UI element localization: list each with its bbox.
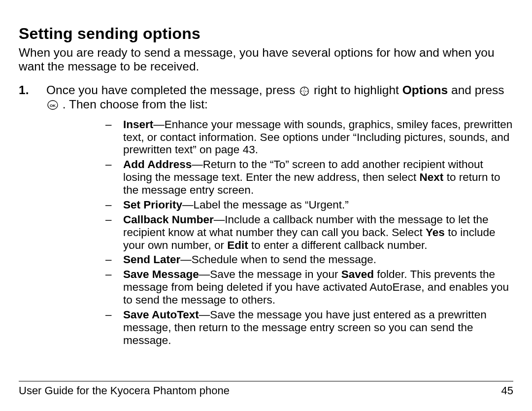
options-list: Insert—Enhance your message with sounds,…: [46, 118, 513, 347]
step-1: 1. Once you have completed the message, …: [19, 83, 513, 346]
option-send-later: Send Later—Schedule when to send the mes…: [105, 253, 513, 266]
svg-point-4: [301, 91, 302, 92]
option-term: Callback Number: [123, 213, 214, 226]
footer-rule: [19, 381, 513, 381]
svg-point-2: [304, 88, 305, 89]
option-set-priority: Set Priority—Label the message as “Urgen…: [105, 199, 513, 211]
option-save-message: Save Message—Save the message in your Sa…: [105, 268, 513, 307]
step-text-1: Once you have completed the message, pre…: [46, 83, 299, 97]
next-label: Next: [420, 171, 444, 183]
option-body: —Label the message as “Urgent.”: [182, 199, 349, 211]
option-callback-number: Callback Number—Include a callback numbe…: [105, 213, 513, 252]
option-term: Add Address: [123, 158, 192, 171]
option-body: to enter a different callback number.: [248, 239, 428, 251]
page-footer: User Guide for the Kyocera Phantom phone…: [19, 381, 513, 397]
page-number: 45: [501, 384, 513, 397]
option-body: —Schedule when to send the message.: [180, 253, 376, 266]
step-text-2: right to highlight: [314, 83, 402, 97]
nav-key-icon: [299, 86, 309, 96]
option-term: Insert: [123, 118, 153, 131]
option-term: Save AutoText: [123, 308, 199, 321]
option-add-address: Add Address—Return to the “To” screen to…: [105, 158, 513, 197]
section-heading: Setting sending options: [19, 25, 513, 43]
svg-point-3: [304, 94, 305, 95]
svg-point-1: [303, 90, 305, 92]
svg-text:OK: OK: [50, 103, 56, 108]
yes-label: Yes: [426, 226, 445, 239]
option-body: —Save the message in your: [199, 268, 341, 280]
intro-paragraph: When you are ready to send a message, yo…: [19, 46, 513, 73]
step-text-4: . Then choose from the list:: [63, 98, 208, 111]
option-body: —Enhance your message with sounds, graph…: [123, 118, 512, 156]
options-label: Options: [402, 83, 448, 97]
option-insert: Insert—Enhance your message with sounds,…: [105, 118, 513, 157]
option-term: Set Priority: [123, 199, 182, 211]
svg-point-5: [307, 91, 308, 92]
document-page: Setting sending options When you are rea…: [0, 0, 532, 411]
step-text-3: and press: [451, 83, 504, 97]
edit-label: Edit: [227, 239, 248, 251]
step-number: 1.: [19, 83, 29, 97]
ok-key-icon: OK: [47, 100, 58, 110]
option-term: Save Message: [123, 268, 199, 280]
footer-title: User Guide for the Kyocera Phantom phone: [19, 384, 230, 397]
saved-label: Saved: [341, 268, 374, 280]
option-term: Send Later: [123, 253, 180, 266]
option-save-autotext: Save AutoText—Save the message you have …: [105, 308, 513, 347]
